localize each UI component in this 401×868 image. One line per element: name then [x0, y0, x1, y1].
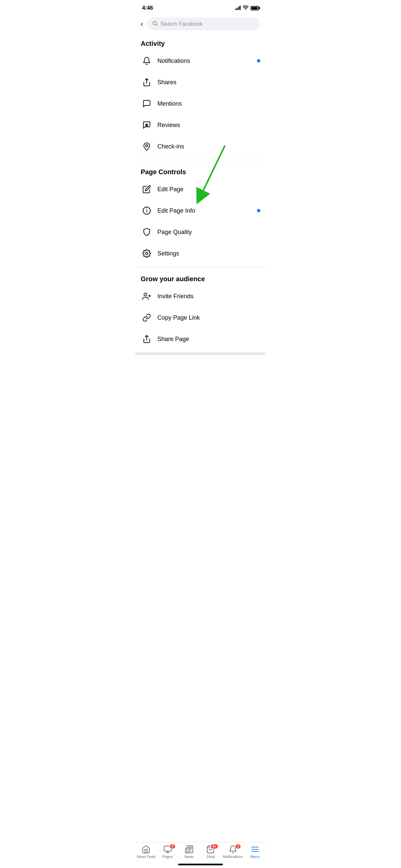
edit-page-label: Edit Page [157, 186, 260, 193]
section-grow-header: Grow your audience [135, 270, 266, 285]
wifi-icon [243, 5, 248, 11]
share-page-icon [141, 333, 153, 345]
menu-item-notifications[interactable]: Notifications [135, 50, 266, 71]
signal-icon [235, 6, 241, 10]
divider-1 [135, 160, 266, 160]
svg-point-9 [146, 252, 148, 255]
menu-item-shares[interactable]: Shares [135, 71, 266, 93]
menu-item-edit-page-info[interactable]: Edit Page Info [135, 200, 266, 221]
reviews-icon [141, 119, 153, 131]
settings-icon [141, 247, 153, 259]
checkins-label: Check-ins [157, 143, 260, 150]
menu-item-invite-friends[interactable]: Invite Friends [135, 285, 266, 307]
menu-item-share-page[interactable]: Share Page [135, 328, 266, 350]
notifications-label: Notifications [157, 58, 257, 65]
divider-2 [135, 267, 266, 267]
content-area: Activity Notifications Shares Mentions R… [135, 34, 266, 395]
menu-item-edit-page[interactable]: Edit Page [135, 179, 266, 200]
shares-icon [141, 76, 153, 88]
mentions-label: Mentions [157, 100, 260, 107]
edit-page-icon [141, 183, 153, 195]
battery-icon [250, 6, 259, 10]
checkins-icon [141, 141, 153, 152]
svg-point-5 [146, 145, 148, 147]
shares-label: Shares [157, 79, 260, 86]
section-activity-header: Activity [135, 34, 266, 50]
status-icons [235, 5, 259, 11]
svg-point-10 [144, 293, 147, 296]
notifications-dot [257, 59, 260, 63]
search-icon [153, 21, 158, 27]
status-time: 4:46 [142, 5, 153, 11]
page-quality-icon [141, 226, 153, 238]
reviews-label: Reviews [157, 122, 260, 129]
page-quality-label: Page Quality [157, 229, 260, 236]
search-input[interactable]: Search Facebook [147, 18, 260, 30]
menu-item-reviews[interactable]: Reviews [135, 114, 266, 136]
settings-label: Settings [157, 250, 260, 257]
gray-bar [135, 352, 266, 355]
menu-item-copy-page-link[interactable]: Copy Page Link [135, 307, 266, 328]
section-page-controls-header: Page Controls [135, 163, 266, 179]
copy-page-link-label: Copy Page Link [157, 314, 260, 321]
mentions-icon [141, 98, 153, 110]
svg-line-2 [156, 24, 157, 26]
invite-friends-label: Invite Friends [157, 293, 260, 300]
copy-page-link-icon [141, 312, 153, 324]
menu-item-checkins[interactable]: Check-ins [135, 136, 266, 157]
edit-page-info-icon [141, 205, 153, 217]
notifications-icon [141, 55, 153, 67]
back-button[interactable]: ‹ [141, 20, 143, 28]
edit-page-info-label: Edit Page Info [157, 207, 257, 214]
svg-point-0 [245, 9, 246, 10]
menu-item-mentions[interactable]: Mentions [135, 93, 266, 114]
svg-marker-4 [145, 123, 149, 127]
search-placeholder: Search Facebook [160, 21, 202, 27]
invite-friends-icon [141, 290, 153, 302]
menu-item-page-quality[interactable]: Page Quality [135, 221, 266, 243]
menu-item-settings[interactable]: Settings [135, 243, 266, 264]
edit-page-info-dot [257, 209, 260, 212]
search-bar: ‹ Search Facebook [135, 15, 266, 34]
status-bar: 4:46 [135, 0, 266, 15]
share-page-label: Share Page [157, 336, 260, 343]
